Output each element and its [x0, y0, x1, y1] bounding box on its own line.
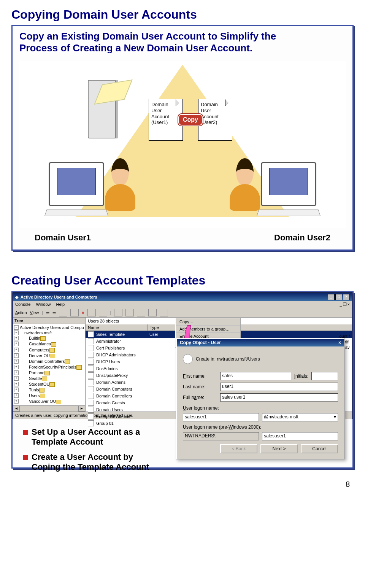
- cancel-button[interactable]: Cancel: [301, 444, 338, 453]
- object-icon: [88, 379, 94, 385]
- label-domain-user2: Domain User2: [274, 233, 330, 243]
- bullet-1: Set Up a User Account as aTemplate Accou…: [23, 427, 168, 447]
- object-icon: [88, 413, 94, 420]
- ctx-add-members[interactable]: Add members to a group…: [176, 326, 240, 333]
- subtitle-line2: Process of Creating a New Domain User Ac…: [19, 42, 252, 54]
- dialog-title: Copy Object - User: [180, 340, 221, 345]
- child-min-icon[interactable]: _: [340, 302, 342, 307]
- doc2-line3: Account: [201, 114, 230, 120]
- tree-item[interactable]: Seattle: [13, 376, 85, 381]
- user-icon: [88, 331, 94, 337]
- toolbar-btn-7[interactable]: [137, 309, 145, 316]
- doc1-line2: User: [151, 108, 180, 114]
- nav-back-icon[interactable]: ⇐: [46, 310, 49, 315]
- toolbar-btn-4[interactable]: [99, 309, 107, 316]
- full-name-field[interactable]: sales user1: [220, 393, 338, 402]
- full-name-label: Full name:: [183, 395, 217, 400]
- toolbar-btn-3[interactable]: [87, 309, 96, 316]
- logon-name-field[interactable]: salesuser1: [183, 413, 259, 421]
- toolbar-view[interactable]: View: [30, 310, 39, 315]
- object-icon: [88, 400, 94, 406]
- close-button[interactable]: ×: [343, 294, 350, 300]
- doc-user1: Domain User Account (User1): [149, 99, 183, 141]
- create-in-label: Create in: nwtraders.msft/Users: [196, 356, 260, 362]
- keyboard-icon: [257, 210, 321, 216]
- initials-label: Initials:: [294, 373, 308, 379]
- menu-console[interactable]: Console: [15, 302, 30, 307]
- tree-item[interactable]: Users: [13, 393, 85, 399]
- doc2-line2: User: [201, 108, 230, 114]
- logon-domain-selector[interactable]: @nwtraders.msft ▾: [262, 413, 338, 421]
- tree-pane: Tree Active Directory Users and Compunwt…: [13, 318, 86, 411]
- tree-item[interactable]: Vancouver OU: [13, 399, 85, 404]
- tree-item[interactable]: ForeignSecurityPrincipals: [13, 364, 85, 370]
- nav-forward-icon[interactable]: ⇒: [52, 310, 56, 315]
- tree-item[interactable]: Builtin: [13, 335, 85, 341]
- object-icon: [88, 393, 94, 399]
- child-close-icon[interactable]: ×: [348, 302, 350, 307]
- tree-scrollbar[interactable]: ◄►: [13, 405, 85, 412]
- last-name-field[interactable]: user1: [220, 383, 338, 391]
- toolbar-btn-8[interactable]: [148, 309, 157, 316]
- doc2-line4: (User2): [201, 119, 230, 126]
- panel-1: Copy an Existing Domain User Account to …: [11, 25, 354, 251]
- toolbar: Action View | ⇐ ⇒ × |: [13, 308, 352, 318]
- bullet-icon: [23, 455, 28, 460]
- tree-item[interactable]: Tunis: [13, 387, 85, 393]
- col-name[interactable]: Name: [86, 324, 148, 331]
- bullet1-line1: Set Up a User Account as a: [32, 427, 140, 437]
- toolbar-btn-1[interactable]: [59, 309, 67, 316]
- delete-icon[interactable]: ×: [82, 310, 84, 315]
- minimize-button[interactable]: _: [328, 294, 335, 300]
- keyboard-icon: [44, 210, 108, 216]
- user-head-icon: [183, 354, 193, 364]
- toolbar-action[interactable]: Action: [15, 310, 27, 315]
- toolbar-btn-6[interactable]: [125, 309, 134, 316]
- menu-help[interactable]: Help: [56, 302, 65, 307]
- bullet2-line1: Create a User Account by: [32, 452, 133, 462]
- bullet-icon: [23, 430, 28, 435]
- tree-item[interactable]: StudentOU: [13, 381, 85, 387]
- next-button[interactable]: Next >: [260, 444, 298, 453]
- initials-field[interactable]: [311, 372, 338, 380]
- document-pair: Domain User Account (User1) Copy Domain …: [149, 99, 232, 141]
- first-name-field[interactable]: sales: [220, 372, 291, 380]
- server-icon: [88, 80, 122, 137]
- copy-diagram: Domain User Account (User1) Copy Domain …: [19, 61, 346, 228]
- maximize-button[interactable]: □: [335, 294, 342, 300]
- app-icon: ◆: [15, 295, 18, 300]
- object-icon: [88, 366, 94, 372]
- menubar: Console Window Help _ ❐ ×: [13, 301, 352, 308]
- tree-item[interactable]: Portland: [13, 370, 85, 376]
- doc1-line3: Account: [151, 114, 180, 120]
- object-icon: [88, 359, 94, 365]
- toolbar-btn-9[interactable]: [160, 309, 168, 316]
- toolbar-btn-2[interactable]: [70, 309, 79, 316]
- doc1-line1: Domain: [151, 102, 180, 108]
- workstation-right: [232, 162, 346, 217]
- toolbar-btn-5[interactable]: [114, 309, 122, 316]
- object-icon: [88, 407, 94, 413]
- doc1-line4: (User1): [151, 119, 180, 126]
- ctx-copy[interactable]: Copy…: [176, 318, 240, 326]
- back-button: < Back: [220, 444, 257, 453]
- tree-domain[interactable]: nwtraders.msft: [13, 330, 85, 335]
- tree-root[interactable]: Active Directory Users and Compu: [13, 325, 85, 330]
- dialog-close-button[interactable]: ×: [338, 340, 341, 345]
- logon-name-label: User logon name:: [183, 405, 338, 411]
- tree-item[interactable]: Domain Controllers: [13, 359, 85, 364]
- tree-item[interactable]: Computers: [13, 347, 85, 353]
- panel-subtitle: Copy an Existing Domain User Account to …: [19, 30, 346, 54]
- child-restore-icon[interactable]: ❐: [343, 302, 347, 307]
- label-domain-user1: Domain User1: [35, 233, 91, 243]
- bullet1-line2: Template Account: [32, 437, 103, 447]
- window-title: Active Directory Users and Computers: [21, 295, 97, 299]
- panel-2: ◆ Active Directory Users and Computers _…: [11, 291, 354, 469]
- first-name-label: First name:: [183, 373, 217, 379]
- bullet-2: Create a User Account byCoping the Templ…: [23, 452, 168, 472]
- tree-item[interactable]: Denver OU: [13, 353, 85, 359]
- tree-item[interactable]: Casablanca: [13, 341, 85, 347]
- menu-window[interactable]: Window: [36, 302, 51, 307]
- pre2k-user-field[interactable]: salesuser1: [262, 432, 338, 440]
- chevron-down-icon: ▾: [334, 414, 336, 420]
